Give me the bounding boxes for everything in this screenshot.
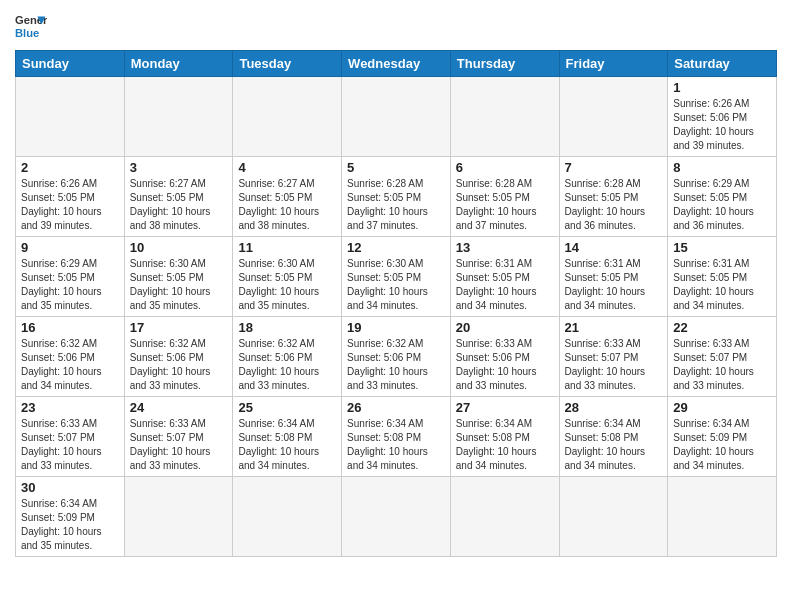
day-number: 10 <box>130 240 228 255</box>
day-number: 3 <box>130 160 228 175</box>
calendar-col-header: Sunday <box>16 51 125 77</box>
logo-icon: General Blue <box>15 10 47 42</box>
calendar-day-cell: 1Sunrise: 6:26 AM Sunset: 5:06 PM Daylig… <box>668 77 777 157</box>
day-number: 8 <box>673 160 771 175</box>
day-info: Sunrise: 6:33 AM Sunset: 5:07 PM Dayligh… <box>130 417 228 473</box>
calendar-header-row: SundayMondayTuesdayWednesdayThursdayFrid… <box>16 51 777 77</box>
calendar-day-cell <box>233 477 342 557</box>
calendar-day-cell: 16Sunrise: 6:32 AM Sunset: 5:06 PM Dayli… <box>16 317 125 397</box>
day-info: Sunrise: 6:27 AM Sunset: 5:05 PM Dayligh… <box>238 177 336 233</box>
day-info: Sunrise: 6:34 AM Sunset: 5:08 PM Dayligh… <box>565 417 663 473</box>
calendar-table: SundayMondayTuesdayWednesdayThursdayFrid… <box>15 50 777 557</box>
logo: General Blue <box>15 10 47 42</box>
calendar-day-cell: 25Sunrise: 6:34 AM Sunset: 5:08 PM Dayli… <box>233 397 342 477</box>
day-info: Sunrise: 6:33 AM Sunset: 5:07 PM Dayligh… <box>673 337 771 393</box>
day-info: Sunrise: 6:29 AM Sunset: 5:05 PM Dayligh… <box>673 177 771 233</box>
calendar-day-cell: 28Sunrise: 6:34 AM Sunset: 5:08 PM Dayli… <box>559 397 668 477</box>
day-info: Sunrise: 6:31 AM Sunset: 5:05 PM Dayligh… <box>456 257 554 313</box>
calendar-day-cell: 26Sunrise: 6:34 AM Sunset: 5:08 PM Dayli… <box>342 397 451 477</box>
calendar-day-cell <box>559 477 668 557</box>
calendar-day-cell <box>16 77 125 157</box>
calendar-day-cell <box>450 77 559 157</box>
day-number: 12 <box>347 240 445 255</box>
calendar-day-cell: 4Sunrise: 6:27 AM Sunset: 5:05 PM Daylig… <box>233 157 342 237</box>
calendar-day-cell <box>233 77 342 157</box>
calendar-day-cell: 30Sunrise: 6:34 AM Sunset: 5:09 PM Dayli… <box>16 477 125 557</box>
day-number: 9 <box>21 240 119 255</box>
day-number: 15 <box>673 240 771 255</box>
day-info: Sunrise: 6:26 AM Sunset: 5:06 PM Dayligh… <box>673 97 771 153</box>
day-info: Sunrise: 6:34 AM Sunset: 5:09 PM Dayligh… <box>21 497 119 553</box>
day-number: 19 <box>347 320 445 335</box>
calendar-day-cell: 5Sunrise: 6:28 AM Sunset: 5:05 PM Daylig… <box>342 157 451 237</box>
day-number: 18 <box>238 320 336 335</box>
day-info: Sunrise: 6:34 AM Sunset: 5:08 PM Dayligh… <box>238 417 336 473</box>
calendar-col-header: Thursday <box>450 51 559 77</box>
day-number: 27 <box>456 400 554 415</box>
calendar-day-cell: 20Sunrise: 6:33 AM Sunset: 5:06 PM Dayli… <box>450 317 559 397</box>
calendar-day-cell <box>559 77 668 157</box>
day-info: Sunrise: 6:28 AM Sunset: 5:05 PM Dayligh… <box>456 177 554 233</box>
day-number: 22 <box>673 320 771 335</box>
day-number: 30 <box>21 480 119 495</box>
calendar-day-cell <box>342 477 451 557</box>
calendar-day-cell: 6Sunrise: 6:28 AM Sunset: 5:05 PM Daylig… <box>450 157 559 237</box>
calendar-day-cell: 8Sunrise: 6:29 AM Sunset: 5:05 PM Daylig… <box>668 157 777 237</box>
calendar-day-cell: 27Sunrise: 6:34 AM Sunset: 5:08 PM Dayli… <box>450 397 559 477</box>
day-number: 13 <box>456 240 554 255</box>
day-info: Sunrise: 6:32 AM Sunset: 5:06 PM Dayligh… <box>238 337 336 393</box>
day-number: 17 <box>130 320 228 335</box>
day-info: Sunrise: 6:33 AM Sunset: 5:07 PM Dayligh… <box>21 417 119 473</box>
calendar-day-cell: 3Sunrise: 6:27 AM Sunset: 5:05 PM Daylig… <box>124 157 233 237</box>
calendar-day-cell: 12Sunrise: 6:30 AM Sunset: 5:05 PM Dayli… <box>342 237 451 317</box>
calendar-day-cell: 21Sunrise: 6:33 AM Sunset: 5:07 PM Dayli… <box>559 317 668 397</box>
calendar-week-row: 23Sunrise: 6:33 AM Sunset: 5:07 PM Dayli… <box>16 397 777 477</box>
day-number: 25 <box>238 400 336 415</box>
day-number: 6 <box>456 160 554 175</box>
calendar-day-cell: 23Sunrise: 6:33 AM Sunset: 5:07 PM Dayli… <box>16 397 125 477</box>
day-number: 24 <box>130 400 228 415</box>
calendar-day-cell: 9Sunrise: 6:29 AM Sunset: 5:05 PM Daylig… <box>16 237 125 317</box>
day-info: Sunrise: 6:30 AM Sunset: 5:05 PM Dayligh… <box>238 257 336 313</box>
day-info: Sunrise: 6:33 AM Sunset: 5:06 PM Dayligh… <box>456 337 554 393</box>
day-number: 11 <box>238 240 336 255</box>
day-info: Sunrise: 6:28 AM Sunset: 5:05 PM Dayligh… <box>347 177 445 233</box>
day-info: Sunrise: 6:34 AM Sunset: 5:09 PM Dayligh… <box>673 417 771 473</box>
day-number: 28 <box>565 400 663 415</box>
day-info: Sunrise: 6:32 AM Sunset: 5:06 PM Dayligh… <box>21 337 119 393</box>
calendar-week-row: 2Sunrise: 6:26 AM Sunset: 5:05 PM Daylig… <box>16 157 777 237</box>
day-info: Sunrise: 6:27 AM Sunset: 5:05 PM Dayligh… <box>130 177 228 233</box>
svg-text:Blue: Blue <box>15 27 39 39</box>
calendar-day-cell: 2Sunrise: 6:26 AM Sunset: 5:05 PM Daylig… <box>16 157 125 237</box>
calendar-day-cell: 14Sunrise: 6:31 AM Sunset: 5:05 PM Dayli… <box>559 237 668 317</box>
calendar-col-header: Friday <box>559 51 668 77</box>
calendar-day-cell: 22Sunrise: 6:33 AM Sunset: 5:07 PM Dayli… <box>668 317 777 397</box>
calendar-day-cell: 7Sunrise: 6:28 AM Sunset: 5:05 PM Daylig… <box>559 157 668 237</box>
day-info: Sunrise: 6:31 AM Sunset: 5:05 PM Dayligh… <box>565 257 663 313</box>
day-info: Sunrise: 6:34 AM Sunset: 5:08 PM Dayligh… <box>456 417 554 473</box>
day-number: 4 <box>238 160 336 175</box>
calendar-week-row: 30Sunrise: 6:34 AM Sunset: 5:09 PM Dayli… <box>16 477 777 557</box>
day-info: Sunrise: 6:29 AM Sunset: 5:05 PM Dayligh… <box>21 257 119 313</box>
calendar-week-row: 16Sunrise: 6:32 AM Sunset: 5:06 PM Dayli… <box>16 317 777 397</box>
day-number: 29 <box>673 400 771 415</box>
day-info: Sunrise: 6:34 AM Sunset: 5:08 PM Dayligh… <box>347 417 445 473</box>
header: General Blue <box>15 10 777 42</box>
day-info: Sunrise: 6:30 AM Sunset: 5:05 PM Dayligh… <box>347 257 445 313</box>
calendar-week-row: 9Sunrise: 6:29 AM Sunset: 5:05 PM Daylig… <box>16 237 777 317</box>
calendar-day-cell: 10Sunrise: 6:30 AM Sunset: 5:05 PM Dayli… <box>124 237 233 317</box>
day-info: Sunrise: 6:32 AM Sunset: 5:06 PM Dayligh… <box>347 337 445 393</box>
day-number: 1 <box>673 80 771 95</box>
calendar-day-cell: 17Sunrise: 6:32 AM Sunset: 5:06 PM Dayli… <box>124 317 233 397</box>
calendar-col-header: Monday <box>124 51 233 77</box>
day-number: 20 <box>456 320 554 335</box>
calendar-week-row: 1Sunrise: 6:26 AM Sunset: 5:06 PM Daylig… <box>16 77 777 157</box>
day-info: Sunrise: 6:26 AM Sunset: 5:05 PM Dayligh… <box>21 177 119 233</box>
calendar-day-cell: 18Sunrise: 6:32 AM Sunset: 5:06 PM Dayli… <box>233 317 342 397</box>
day-info: Sunrise: 6:31 AM Sunset: 5:05 PM Dayligh… <box>673 257 771 313</box>
calendar-day-cell: 11Sunrise: 6:30 AM Sunset: 5:05 PM Dayli… <box>233 237 342 317</box>
calendar-day-cell: 29Sunrise: 6:34 AM Sunset: 5:09 PM Dayli… <box>668 397 777 477</box>
calendar-col-header: Wednesday <box>342 51 451 77</box>
calendar-col-header: Saturday <box>668 51 777 77</box>
calendar-day-cell <box>124 77 233 157</box>
